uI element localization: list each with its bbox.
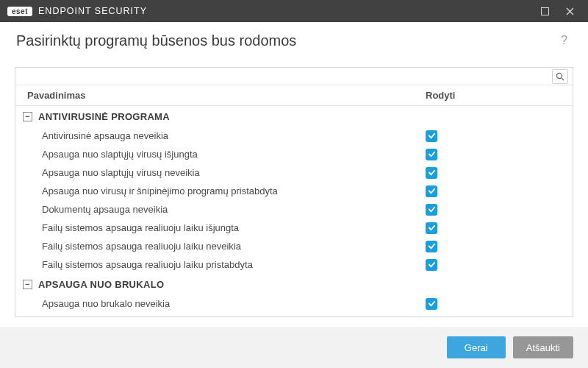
show-checkbox[interactable] bbox=[426, 222, 437, 234]
settings-panel: Pavadinimas Rodyti −ANTIVIRUSINĖ PROGRAM… bbox=[15, 67, 573, 317]
ok-button[interactable]: Gerai bbox=[447, 336, 506, 358]
show-checkbox[interactable] bbox=[426, 259, 437, 271]
group-row[interactable]: −ANTIVIRUSINĖ PROGRAMA bbox=[15, 106, 573, 127]
item-label: Antivirusinė apsauga neveikia bbox=[42, 130, 426, 141]
item-row: Failų sistemos apsauga realiuoju laiku p… bbox=[15, 255, 573, 274]
show-checkbox[interactable] bbox=[426, 241, 437, 252]
svg-rect-0 bbox=[541, 7, 548, 15]
item-row: Dokumentų apsauga neveikia bbox=[15, 200, 573, 219]
show-checkbox[interactable] bbox=[426, 316, 437, 317]
search-bar bbox=[15, 68, 573, 85]
maximize-button[interactable] bbox=[532, 0, 557, 22]
item-row: Antivirusinė apsauga neveikia bbox=[15, 127, 573, 145]
brand-badge: eset bbox=[7, 7, 32, 16]
show-checkbox[interactable] bbox=[426, 130, 437, 142]
close-icon bbox=[566, 7, 574, 15]
show-checkbox[interactable] bbox=[426, 204, 437, 216]
table-header: Pavadinimas Rodyti bbox=[15, 85, 573, 106]
cancel-button[interactable]: Atšaukti bbox=[513, 336, 573, 358]
show-checkbox[interactable] bbox=[426, 298, 437, 310]
group-label: APSAUGA NUO BRUKALO bbox=[38, 279, 164, 290]
item-label: Apsauga nuo slaptųjų virusų neveikia bbox=[42, 167, 426, 178]
item-label: Failų sistemos apsauga realiuoju laiku p… bbox=[42, 259, 426, 270]
item-label: Dokumentų apsauga neveikia bbox=[42, 204, 426, 215]
dialog-footer: Gerai Atšaukti bbox=[0, 327, 588, 368]
item-row: Apsauga nuo slaptųjų virusų neveikia bbox=[15, 163, 573, 182]
item-label: Failų sistemos apsauga realiuoju laiku n… bbox=[42, 241, 426, 252]
item-row: Failų sistemos apsauga realiuoju laiku i… bbox=[15, 219, 573, 237]
item-row: Failų sistemos apsauga realiuoju laiku n… bbox=[15, 237, 573, 255]
item-row: Apsauga nuo slaptųjų virusų išjungta bbox=[15, 145, 573, 163]
close-button[interactable] bbox=[557, 0, 582, 22]
group-row[interactable]: −APSAUGA NUO BRUKALO bbox=[15, 274, 573, 294]
show-checkbox[interactable] bbox=[426, 149, 437, 160]
search-button[interactable] bbox=[552, 69, 568, 84]
maximize-icon bbox=[541, 7, 549, 15]
item-row: Apsauga nuo brukalo pristabdyta bbox=[15, 313, 573, 316]
title-bar: eset ENDPOINT SECURITY bbox=[0, 0, 588, 22]
column-show-header[interactable]: Rodyti bbox=[426, 90, 573, 101]
show-checkbox[interactable] bbox=[426, 167, 437, 179]
svg-point-1 bbox=[556, 73, 562, 78]
item-label: Failų sistemos apsauga realiuoju laiku i… bbox=[42, 222, 426, 233]
settings-grid[interactable]: −ANTIVIRUSINĖ PROGRAMAAntivirusinė apsau… bbox=[15, 106, 573, 316]
item-label: Apsauga nuo virusų ir šnipinėjimo progra… bbox=[42, 185, 426, 197]
item-label: Apsauga nuo slaptųjų virusų išjungta bbox=[42, 149, 426, 160]
collapse-toggle-icon[interactable]: − bbox=[23, 112, 32, 121]
show-checkbox[interactable] bbox=[426, 185, 437, 197]
item-row: Apsauga nuo brukalo neveikia bbox=[15, 294, 573, 313]
search-icon bbox=[556, 72, 564, 81]
help-button[interactable]: ? bbox=[556, 32, 572, 49]
page-title: Pasirinktų programų būsenos bus rodomos bbox=[16, 32, 556, 49]
item-label: Apsauga nuo brukalo neveikia bbox=[42, 298, 426, 309]
product-name: ENDPOINT SECURITY bbox=[38, 6, 147, 16]
column-name-header[interactable]: Pavadinimas bbox=[15, 90, 426, 101]
item-row: Apsauga nuo virusų ir šnipinėjimo progra… bbox=[15, 182, 573, 200]
page-header: Pasirinktų programų būsenos bus rodomos … bbox=[0, 22, 588, 55]
group-label: ANTIVIRUSINĖ PROGRAMA bbox=[38, 111, 170, 122]
collapse-toggle-icon[interactable]: − bbox=[23, 280, 32, 289]
